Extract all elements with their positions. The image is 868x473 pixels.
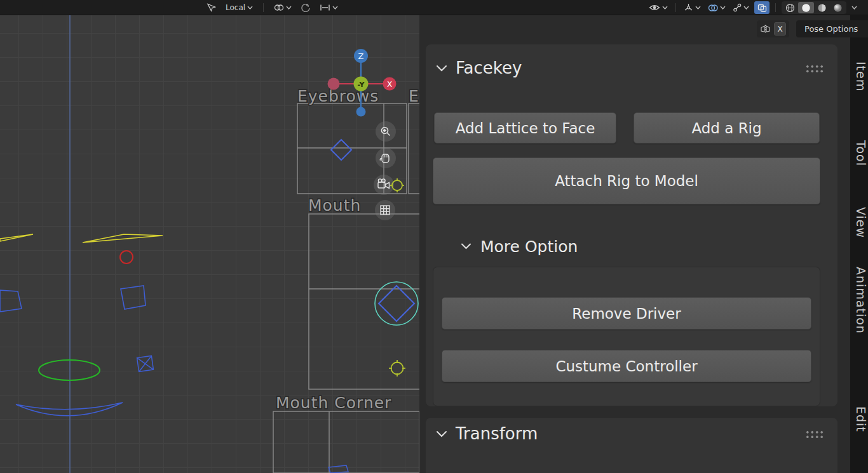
visibility-dropdown[interactable] — [647, 1, 670, 14]
smile-bone-curve[interactable] — [16, 403, 123, 416]
camera-button[interactable] — [374, 175, 394, 195]
jaw-bone-ellipse[interactable] — [39, 360, 100, 380]
overlays-icon — [708, 4, 718, 12]
add-lattice-button[interactable]: Add Lattice to Face — [434, 112, 616, 143]
zoom-button[interactable] — [376, 121, 396, 142]
gizmo-dropdown[interactable] — [682, 1, 703, 14]
left-cheek-bone[interactable] — [0, 290, 22, 312]
transform-title: Transform — [456, 424, 538, 443]
eyebrow-controller-diamond[interactable] — [331, 140, 351, 160]
facekey-panel: Facekey Add Lattice to Face Add a Rig At… — [426, 44, 837, 406]
proportional-editing-icon[interactable] — [299, 1, 312, 14]
corner-bone-box[interactable] — [137, 356, 154, 371]
falloff-dropdown[interactable] — [318, 1, 340, 14]
chevron-down-icon — [286, 6, 292, 10]
tab-animation[interactable]: Animation — [850, 267, 868, 334]
chevron-down-icon — [743, 6, 749, 10]
shading-material-button[interactable] — [814, 2, 830, 13]
svg-text:-Y: -Y — [358, 81, 365, 89]
shading-material-icon — [817, 3, 827, 13]
attach-rig-button[interactable]: Attach Rig to Model — [433, 157, 820, 204]
transform-panel-header[interactable]: Transform — [426, 418, 837, 450]
chevron-down-icon — [695, 6, 701, 10]
add-rig-button[interactable]: Add a Rig — [634, 112, 820, 143]
pose-options-label: Pose Options — [804, 24, 858, 34]
facekey-panel-header[interactable]: Facekey — [426, 44, 837, 91]
shading-wireframe-icon — [785, 3, 795, 13]
transform-gizmo[interactable]: X Z -Y — [328, 49, 397, 117]
mirror-options-chip: X — [757, 20, 789, 37]
svg-text:X: X — [387, 80, 392, 89]
chevron-down-icon — [662, 6, 668, 10]
more-option-title: More Option — [480, 237, 578, 256]
more-option-box: Remove Driver Custume Controller — [433, 267, 820, 406]
transform-panel: Transform — [426, 418, 837, 473]
panel-drag-handle[interactable] — [804, 429, 824, 438]
pose-options-popover[interactable]: Pose Options — [796, 20, 868, 37]
falloff-icon — [320, 4, 330, 11]
mouth-controller-circle[interactable] — [375, 282, 418, 325]
sidebar-region: Facekey Add Lattice to Face Add a Rig At… — [419, 15, 850, 473]
eyebrows-label: Eyebrows — [297, 87, 379, 105]
chevron-down-icon — [720, 6, 726, 10]
armature-options-dropdown[interactable] — [731, 1, 751, 14]
mouth-corner-lattice[interactable] — [273, 411, 419, 473]
shading-dropdown[interactable] — [850, 1, 859, 14]
overlays-dropdown[interactable] — [706, 1, 728, 14]
tab-edit[interactable]: Edit — [850, 406, 868, 432]
right-cheek-bone[interactable] — [121, 286, 146, 309]
chevron-down-icon — [332, 6, 338, 10]
left-eyebrow-bone[interactable] — [0, 234, 33, 241]
armature-icon — [733, 3, 742, 12]
nav-gizmos — [374, 121, 404, 220]
panel-drag-handle[interactable] — [804, 63, 824, 72]
facekey-button-row: Add Lattice to Face Add a Rig — [434, 112, 820, 143]
pan-button[interactable] — [376, 148, 396, 168]
transform-orientation-dropdown[interactable]: Local — [224, 1, 255, 14]
gizmo-neg-z-handle[interactable] — [356, 107, 366, 117]
shading-solid-button[interactable] — [798, 2, 814, 13]
cursor-tool-icon[interactable] — [205, 1, 218, 14]
gizmo-neg-x-handle[interactable] — [328, 78, 340, 90]
mouth-lattice[interactable] — [309, 214, 421, 389]
visibility-eye-icon — [649, 4, 660, 11]
chevron-down-icon — [461, 243, 471, 250]
tab-tool[interactable]: Tool — [850, 140, 868, 166]
grid-button[interactable] — [375, 200, 395, 220]
3d-cursor — [389, 360, 405, 376]
bottom-bone-shape[interactable] — [329, 465, 348, 473]
mouth-label: Mouth — [308, 196, 361, 215]
viewport-header: Local — [0, 0, 868, 15]
blender-window: Eyebrows Eyebrows Mouth Mouth Corner — [0, 0, 868, 473]
shading-rendered-icon — [833, 3, 843, 13]
tab-view[interactable]: View — [850, 207, 868, 238]
snapping-dropdown[interactable] — [272, 1, 294, 14]
orientation-label: Local — [226, 3, 245, 12]
snapping-icon — [274, 4, 284, 11]
shading-rendered-button[interactable] — [830, 2, 846, 13]
custume-controller-button[interactable]: Custume Controller — [442, 350, 811, 382]
mirror-x-toggle[interactable]: X — [774, 22, 786, 36]
mouth-corner-label: Mouth Corner — [276, 394, 391, 412]
svg-text:Z: Z — [358, 51, 364, 61]
sidebar-tabs: Item Tool View Animation Edit — [850, 15, 868, 473]
mirror-butterfly-icon[interactable] — [760, 24, 771, 34]
more-option-header[interactable]: More Option — [461, 232, 578, 260]
shading-mode-group — [782, 1, 846, 14]
gizmo-icon — [684, 3, 693, 12]
tab-item[interactable]: Item — [850, 62, 868, 91]
mouth-controller-diamond[interactable] — [379, 286, 414, 321]
xray-toggle-button[interactable] — [754, 1, 770, 14]
chevron-down-icon — [247, 6, 253, 10]
shading-solid-icon — [801, 3, 811, 13]
shading-wireframe-button[interactable] — [782, 2, 798, 13]
chevron-down-icon — [436, 65, 447, 72]
right-eyebrow-bone[interactable] — [83, 234, 163, 243]
chevron-down-icon — [851, 6, 857, 10]
remove-driver-button[interactable]: Remove Driver — [442, 297, 811, 330]
xray-icon — [757, 4, 767, 12]
facekey-title: Facekey — [456, 58, 522, 77]
eye-bone-circle[interactable] — [120, 251, 133, 263]
chevron-down-icon — [436, 430, 447, 437]
